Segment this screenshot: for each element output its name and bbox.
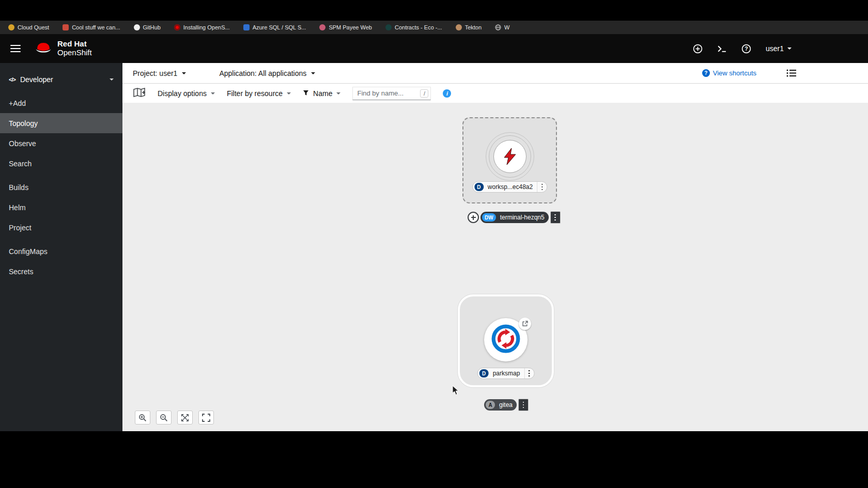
terminal-label-text: terminal-hezqn5 [496, 214, 549, 221]
browser-bookmarks-bar: Cloud Quest Cool stuff we can... GitHub … [0, 21, 868, 34]
sidebar-item-label: Search [9, 160, 32, 168]
open-url-decorator[interactable] [519, 318, 531, 330]
bookmark-label: Installing OpenS... [183, 24, 230, 30]
sidebar-item-label: Secrets [9, 267, 33, 276]
screen: Cloud Quest Cool stuff we can... GitHub … [0, 0, 868, 488]
redhat-hat-icon [34, 41, 53, 56]
chevron-down-icon [287, 92, 291, 97]
application-badge: A [486, 401, 495, 409]
filter-by-resource-dropdown[interactable]: Filter by resource [227, 89, 291, 98]
sidebar-item-secrets[interactable]: Secrets [0, 261, 122, 281]
project-selector[interactable]: Project: user1 [133, 69, 186, 77]
user-menu[interactable]: user1 [766, 44, 792, 53]
sidebar: </> Developer +Add Topology Observe Sear… [0, 63, 122, 431]
topology-group-parksmap[interactable]: D parksmap [458, 294, 554, 387]
fullscreen-button[interactable] [198, 411, 214, 424]
main-content: Project: user1 Application: All applicat… [122, 63, 868, 431]
bookmark-label: Contracts - Eco -... [395, 24, 442, 30]
bookmark-cool-stuff[interactable]: Cool stuff we can... [63, 24, 120, 30]
topology-node-workspace[interactable]: D worksp...ec48a2 [462, 117, 557, 203]
view-shortcuts-link[interactable]: ? View shortcuts [702, 69, 756, 77]
sidebar-item-topology[interactable]: Topology [0, 113, 122, 133]
topology-view-icon[interactable] [133, 87, 146, 100]
zoom-out-button[interactable] [156, 411, 172, 424]
perspective-switcher[interactable]: </> Developer [0, 69, 122, 90]
deployment-badge: D [479, 369, 489, 377]
status-decorator-icon[interactable] [468, 212, 479, 223]
bookmark-label: Tekton [465, 24, 482, 30]
topology-label-gitea[interactable]: A gitea [484, 399, 529, 411]
sidebar-item-label: ConfigMaps [9, 247, 48, 256]
brand-line1: Red Hat [57, 40, 92, 49]
name-filter-label: Name [313, 89, 332, 98]
kebab-menu-icon[interactable] [524, 368, 534, 379]
kebab-menu-icon[interactable] [518, 399, 529, 411]
devworkspace-badge: DW [482, 213, 496, 222]
sidebar-nav: +Add Topology Observe Search Builds Helm… [0, 93, 122, 281]
hamburger-menu-icon[interactable] [10, 45, 21, 53]
workspace-rings [486, 132, 534, 181]
bookmark-spm-payee[interactable]: SPM Payee Web [319, 24, 372, 30]
kebab-menu-icon[interactable] [550, 211, 561, 224]
bookmark-azure-sql[interactable]: Azure SQL / SQL S... [243, 24, 306, 30]
perspective-label: Developer [20, 75, 53, 84]
favicon-icon [243, 24, 250, 30]
favicon-icon [385, 24, 392, 30]
workspace-label[interactable]: D worksp...ec48a2 [472, 181, 547, 193]
quick-create-icon[interactable] [693, 44, 703, 54]
lightning-icon [493, 140, 526, 173]
masthead-logo[interactable]: Red Hat OpenShift [34, 40, 92, 57]
bookmark-installing-openshift[interactable]: Installing OpenS... [174, 24, 230, 30]
canvas-controls [135, 411, 214, 424]
sidebar-item-search[interactable]: Search [0, 153, 122, 174]
sidebar-item-label: +Add [9, 99, 26, 107]
list-view-toggle-icon[interactable] [786, 69, 797, 77]
bookmark-label: Azure SQL / SQL S... [253, 24, 306, 30]
bookmark-cloud-quest[interactable]: Cloud Quest [8, 24, 49, 30]
gitea-label-text: gitea [495, 401, 517, 408]
sidebar-item-helm[interactable]: Helm [0, 197, 122, 217]
username: user1 [766, 44, 784, 53]
name-filter-dropdown[interactable]: Name [303, 89, 340, 98]
favicon-icon [319, 24, 326, 30]
info-icon[interactable]: i [443, 89, 451, 98]
terminal-label[interactable]: DW terminal-hezqn5 [481, 212, 549, 223]
zoom-in-button[interactable] [135, 411, 150, 424]
chevron-down-icon [311, 72, 315, 76]
workspace-label-row: D worksp...ec48a2 [472, 181, 547, 193]
help-icon[interactable]: ? [741, 44, 751, 54]
masthead: Red Hat OpenShift ? user1 [0, 34, 868, 63]
sidebar-item-label: Helm [9, 203, 26, 212]
globe-icon [495, 24, 501, 30]
chevron-down-icon [787, 48, 792, 52]
web-terminal-icon[interactable] [717, 44, 727, 53]
kebab-menu-icon[interactable] [537, 182, 547, 192]
svg-text:?: ? [745, 45, 748, 52]
chevron-down-icon [211, 92, 215, 97]
bookmark-w[interactable]: W [495, 24, 509, 30]
fit-to-screen-button[interactable] [177, 411, 193, 424]
application-selector[interactable]: Application: All applications [219, 69, 315, 77]
chevron-down-icon [110, 78, 114, 83]
sidebar-item-builds[interactable]: Builds [0, 177, 122, 197]
filter-funnel-icon [303, 89, 309, 98]
question-circle-icon: ? [702, 69, 710, 77]
sidebar-item-project[interactable]: Project [0, 217, 122, 238]
project-selector-label: Project: user1 [133, 69, 177, 77]
sidebar-item-label: Observe [9, 139, 36, 148]
gitea-label[interactable]: A gitea [484, 399, 517, 411]
sidebar-item-configmaps[interactable]: ConfigMaps [0, 241, 122, 261]
topology-canvas[interactable]: D worksp...ec48a2 DW terminal-hezqn5 [122, 103, 868, 431]
tekton-icon [456, 24, 462, 30]
sidebar-item-observe[interactable]: Observe [0, 133, 122, 153]
parksmap-label[interactable]: D parksmap [477, 368, 535, 379]
bookmark-github[interactable]: GitHub [134, 24, 161, 30]
sidebar-item-add[interactable]: +Add [0, 93, 122, 113]
display-options-dropdown[interactable]: Display options [158, 89, 215, 98]
bookmark-tekton[interactable]: Tekton [456, 24, 482, 30]
bookmark-contracts[interactable]: Contracts - Eco -... [385, 24, 442, 30]
find-by-name-input[interactable] [352, 87, 431, 100]
parksmap-app-icon [491, 324, 521, 356]
topology-node-terminal[interactable]: DW terminal-hezqn5 [468, 211, 561, 224]
bookmark-label: W [504, 24, 509, 30]
